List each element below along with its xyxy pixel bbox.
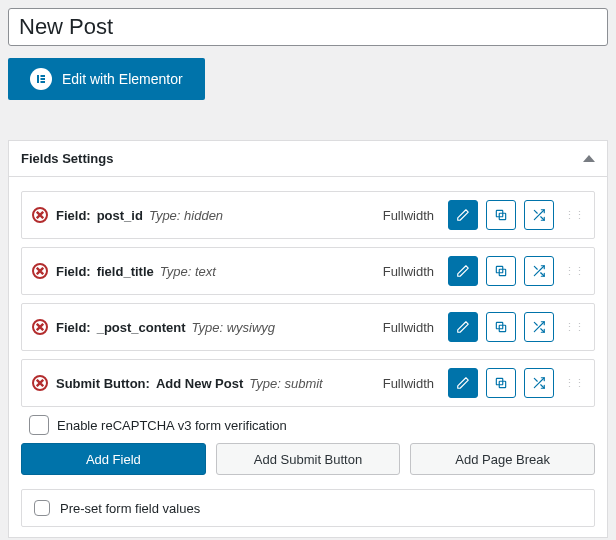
add-submit-button[interactable]: Add Submit Button (216, 443, 401, 475)
field-row: Field: _post_content Type: wysiwygFullwi… (21, 303, 595, 351)
field-description: Submit Button: Add New Post Type: submit (56, 376, 375, 391)
elementor-button-label: Edit with Elementor (62, 71, 183, 87)
edit-field-button[interactable] (448, 312, 478, 342)
remove-field-button[interactable] (32, 319, 48, 335)
edit-field-button[interactable] (448, 256, 478, 286)
shuffle-field-button[interactable] (524, 200, 554, 230)
drag-handle-icon[interactable]: ⋮⋮ (562, 377, 586, 390)
shuffle-field-button[interactable] (524, 256, 554, 286)
edit-field-button[interactable] (448, 368, 478, 398)
preset-values-row[interactable]: Pre-set form field values (21, 489, 595, 527)
edit-field-button[interactable] (448, 200, 478, 230)
remove-field-button[interactable] (32, 263, 48, 279)
panel-title: Fields Settings (21, 151, 113, 166)
add-page-break-button[interactable]: Add Page Break (410, 443, 595, 475)
field-description: Field: post_id Type: hidden (56, 208, 375, 223)
svg-rect-3 (41, 81, 46, 83)
duplicate-field-button[interactable] (486, 200, 516, 230)
fields-settings-header[interactable]: Fields Settings (9, 141, 607, 177)
fields-settings-panel: Fields Settings Field: post_id Type: hid… (8, 140, 608, 538)
field-row: Field: field_title Type: textFullwidth⋮⋮ (21, 247, 595, 295)
duplicate-field-button[interactable] (486, 312, 516, 342)
remove-field-button[interactable] (32, 375, 48, 391)
duplicate-field-button[interactable] (486, 256, 516, 286)
width-label: Fullwidth (383, 264, 434, 279)
field-row: Submit Button: Add New Post Type: submit… (21, 359, 595, 407)
field-description: Field: _post_content Type: wysiwyg (56, 320, 375, 335)
add-field-button[interactable]: Add Field (21, 443, 206, 475)
post-title-input[interactable] (8, 8, 608, 46)
remove-field-button[interactable] (32, 207, 48, 223)
duplicate-field-button[interactable] (486, 368, 516, 398)
recaptcha-checkbox[interactable] (29, 415, 49, 435)
edit-with-elementor-button[interactable]: Edit with Elementor (8, 58, 205, 100)
width-label: Fullwidth (383, 376, 434, 391)
elementor-icon (30, 68, 52, 90)
svg-rect-1 (41, 75, 46, 77)
drag-handle-icon[interactable]: ⋮⋮ (562, 265, 586, 278)
width-label: Fullwidth (383, 208, 434, 223)
drag-handle-icon[interactable]: ⋮⋮ (562, 321, 586, 334)
svg-rect-2 (41, 78, 46, 80)
chevron-up-icon (583, 155, 595, 162)
shuffle-field-button[interactable] (524, 368, 554, 398)
preset-checkbox[interactable] (34, 500, 50, 516)
recaptcha-label: Enable reCAPTCHA v3 form verification (57, 418, 287, 433)
shuffle-field-button[interactable] (524, 312, 554, 342)
field-row: Field: post_id Type: hiddenFullwidth⋮⋮ (21, 191, 595, 239)
drag-handle-icon[interactable]: ⋮⋮ (562, 209, 586, 222)
field-description: Field: field_title Type: text (56, 264, 375, 279)
svg-rect-0 (37, 75, 39, 83)
width-label: Fullwidth (383, 320, 434, 335)
preset-label: Pre-set form field values (60, 501, 200, 516)
